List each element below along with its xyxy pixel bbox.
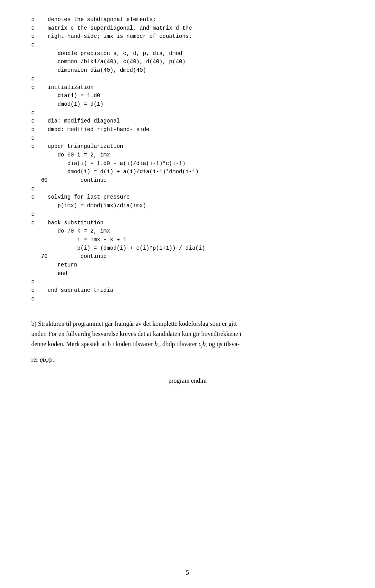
- code-line-2: c matrix c the superdiagonal, and matrix…: [31, 25, 192, 31]
- prose-text-1a: b) Strukturen til programmet går framgår…: [31, 320, 237, 327]
- code-line-6: common /blk1/a(40), c(40), d(40), p(40): [31, 59, 186, 65]
- prose-paragraph-2: rer qbr/ρr.: [31, 355, 344, 366]
- code-line-3: c right-hand-side; imx is number of equa…: [31, 33, 192, 39]
- qb-expression: qbr/ρr: [40, 356, 54, 363]
- code-line-11: dmod(1) = d(1): [31, 101, 104, 107]
- code-line-5: double precision a, c, d, p, dia, dmod: [31, 50, 182, 57]
- code-line-29: 70 continue: [31, 253, 107, 259]
- c-subscript-f: f: [201, 344, 202, 348]
- b-subscript-r3: r: [46, 359, 48, 364]
- code-line-25: c back substitution: [31, 220, 104, 226]
- rho-subscript-r: r: [52, 359, 54, 364]
- code-block: c denotes the subdiagonal elements; c ma…: [31, 16, 344, 303]
- prose-paragraph-1: b) Strukturen til programmet går framgår…: [31, 319, 344, 350]
- prose-text-2: rer qbr/ρr.: [31, 356, 56, 363]
- code-line-30: return: [31, 262, 77, 268]
- prose-text-1b: under. For en fullverdig besvarelse krev…: [31, 330, 241, 337]
- c-variable: cfbr: [198, 341, 207, 347]
- program-end-line: program endim: [31, 377, 344, 384]
- code-line-24: c: [31, 211, 34, 217]
- code-line-7: dimension dia(40), dmod(40): [31, 67, 146, 73]
- code-line-1: c denotes the subdiagonal elements;: [31, 16, 156, 23]
- prose-text-1c: denne koden. Merk spesielt at b i koden …: [31, 341, 239, 347]
- code-line-18: dia(i) = 1.d0 - a(i)/dia(i-1)*c(i-1): [31, 160, 186, 167]
- code-line-12: c: [31, 110, 34, 116]
- code-line-15: c: [31, 135, 34, 141]
- code-line-20: 60 continue: [31, 177, 107, 183]
- b-subscript-r: r: [157, 344, 159, 348]
- code-line-31: end: [31, 270, 67, 277]
- code-line-28: p(i) = (dmod(i) + c(i)*p(i+1)) / dia(i): [31, 245, 205, 251]
- page-container: c denotes the subdiagonal elements; c ma…: [0, 0, 375, 588]
- b-variable: br: [154, 341, 159, 347]
- code-line-17: do 60 i = 2, imx: [31, 152, 110, 158]
- code-line-33: c end subrutine tridia: [31, 287, 113, 293]
- code-line-34: c: [31, 296, 34, 302]
- b-subscript-r2: r: [205, 344, 207, 348]
- code-line-22: c solving for last pressure: [31, 194, 130, 200]
- code-line-21: c: [31, 186, 34, 192]
- page-number: 5: [186, 569, 189, 576]
- program-end-text: program endim: [168, 377, 207, 384]
- code-line-14: c dmod: modified right-hand- side: [31, 126, 149, 133]
- code-line-32: c: [31, 279, 34, 285]
- code-line-8: c: [31, 76, 34, 82]
- code-line-4: c: [31, 42, 34, 48]
- code-line-19: dmod(i) = d(i) + a(i)/dia(i-1)*dmod(i-1): [31, 169, 198, 175]
- code-line-26: do 70 k = 2, imx: [31, 228, 110, 234]
- code-line-10: dia(1) = 1.d0: [31, 92, 100, 99]
- prose-section: b) Strukturen til programmet går framgår…: [31, 319, 344, 365]
- code-line-13: c dia: modified diagonal: [31, 118, 120, 124]
- code-line-16: c upper triangularization: [31, 143, 123, 149]
- code-line-9: c initialization: [31, 84, 94, 91]
- code-line-23: p(imx) = dmod(imx)/dia(imx): [31, 203, 146, 209]
- code-line-27: i = imx - k + 1: [31, 236, 127, 243]
